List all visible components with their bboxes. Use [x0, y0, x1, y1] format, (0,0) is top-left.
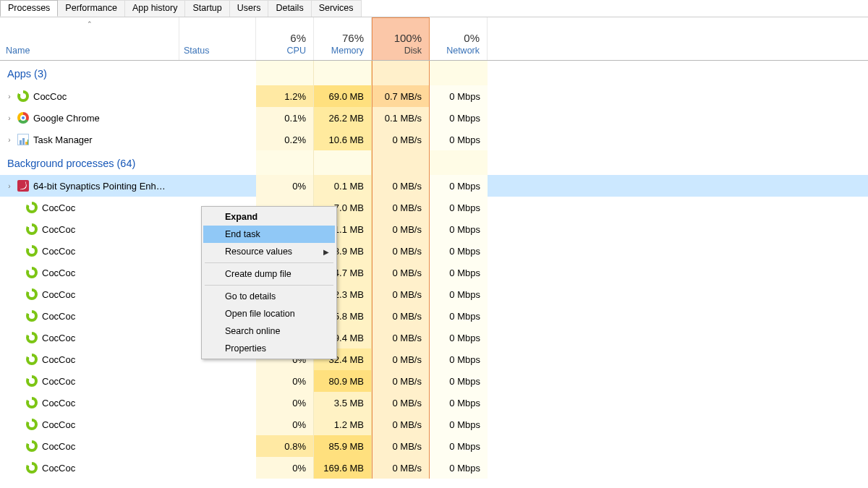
network-value: 0 Mbps [430, 327, 488, 348]
col-header-network[interactable]: 0% Network [430, 17, 488, 60]
menu-item-go-to-details[interactable]: Go to details [203, 288, 335, 305]
chrome-icon [17, 112, 29, 124]
coccoc-icon [26, 245, 38, 257]
process-row[interactable]: ›Task Manager0.2%10.6 MB0 MB/s0 Mbps [0, 129, 868, 150]
grid-body: Apps (3)›CocCoc1.2%69.0 MB0.7 MB/s0 Mbps… [0, 61, 868, 479]
process-row[interactable]: CocCoc4.7 MB0 MB/s0 Mbps [0, 262, 868, 283]
process-row[interactable]: CocCoc0%80.9 MB0 MB/s0 Mbps [0, 370, 868, 392]
tab-performance[interactable]: Performance [57, 0, 125, 17]
col-label-cpu: CPU [287, 46, 306, 56]
process-row[interactable]: CocCoc0%3.5 MB0 MB/s0 Mbps [0, 392, 868, 414]
process-row[interactable]: ›Google Chrome0.1%26.2 MB0.1 MB/s0 Mbps [0, 107, 868, 129]
disk-value: 0 MB/s [372, 175, 430, 197]
coccoc-icon [26, 419, 38, 430]
process-row[interactable]: CocCoc0%32.4 MB0 MB/s0 Mbps [0, 348, 868, 370]
context-menu: ExpandEnd taskResource values▶Create dum… [201, 206, 337, 359]
disk-value: 0 MB/s [372, 392, 430, 414]
tm-icon [17, 134, 29, 145]
disk-value: 0 MB/s [372, 414, 430, 435]
disk-value: 0 MB/s [372, 457, 430, 479]
process-row[interactable]: ›CocCoc1.2%69.0 MB0.7 MB/s0 Mbps [0, 85, 868, 107]
col-header-memory[interactable]: 76% Memory [314, 17, 372, 60]
menu-item-end-task[interactable]: End task [203, 226, 335, 243]
expand-chevron-icon[interactable]: › [6, 114, 13, 122]
disk-value: 0 MB/s [372, 218, 430, 240]
menu-item-open-file-location[interactable]: Open file location [203, 305, 335, 322]
process-name: CocCoc [42, 224, 75, 235]
menu-item-create-dump-file[interactable]: Create dump file [203, 265, 335, 283]
tab-details[interactable]: Details [268, 0, 311, 17]
tab-users[interactable]: Users [229, 0, 269, 17]
menu-item-expand[interactable]: Expand [203, 208, 335, 226]
coccoc-icon [26, 267, 38, 278]
menu-item-search-online[interactable]: Search online [203, 322, 335, 340]
network-value: 0 Mbps [430, 107, 488, 129]
process-row[interactable]: CocCoc5.8 MB0 MB/s0 Mbps [0, 305, 868, 327]
expand-chevron-icon[interactable]: › [6, 136, 13, 144]
expand-chevron-icon[interactable]: › [6, 182, 13, 190]
col-header-cpu[interactable]: 6% CPU [256, 17, 314, 60]
cpu-value: 0% [256, 392, 314, 414]
col-header-name[interactable]: ⌃ Name [0, 17, 179, 60]
process-row[interactable]: CocCoc0%1.2 MB0 MB/s0 Mbps [0, 414, 868, 435]
col-pct-disk: 100% [394, 32, 422, 44]
process-row[interactable]: CocCoc1.1 MB0 MB/s0 Mbps [0, 218, 868, 240]
cpu-value: 0% [256, 457, 314, 479]
disk-value: 0 MB/s [372, 327, 430, 348]
process-row[interactable]: CocCoc0%169.6 MB0 MB/s0 Mbps [0, 457, 868, 479]
col-label-disk: Disk [404, 46, 422, 56]
memory-value: 80.9 MB [314, 370, 372, 392]
cpu-value: 0% [256, 175, 314, 197]
process-row[interactable]: CocCoc7.0 MB0 MB/s0 Mbps [0, 197, 868, 218]
process-row[interactable]: ›64-bit Synaptics Pointing Enhan...0%0.1… [0, 175, 868, 197]
tab-startup[interactable]: Startup [184, 0, 229, 17]
disk-value: 0 MB/s [372, 305, 430, 327]
coccoc-icon [26, 354, 38, 365]
group-header: Apps (3) [0, 61, 256, 85]
process-row[interactable]: CocCoc9.4 MB0 MB/s0 Mbps [0, 327, 868, 348]
cpu-value: 0.2% [256, 129, 314, 150]
process-row[interactable]: CocCoc2.3 MB0 MB/s0 Mbps [0, 283, 868, 305]
process-name: CocCoc [33, 91, 67, 102]
coccoc-icon [26, 440, 38, 452]
coccoc-icon [26, 375, 38, 387]
process-name: CocCoc [42, 376, 75, 387]
process-name: CocCoc [42, 267, 75, 278]
process-row[interactable]: CocCoc0.8%85.9 MB0 MB/s0 Mbps [0, 435, 868, 457]
col-label-network: Network [446, 46, 480, 56]
column-headers: ⌃ Name Status 6% CPU 76% Memory 100% Dis… [0, 17, 868, 61]
coccoc-icon [26, 332, 38, 343]
col-pct-network: 0% [464, 32, 480, 44]
process-name: CocCoc [42, 419, 75, 430]
menu-item-properties[interactable]: Properties [203, 340, 335, 357]
process-name: CocCoc [42, 333, 75, 343]
group-header: Background processes (64) [0, 150, 256, 175]
process-name: Google Chrome [33, 113, 100, 124]
syn-icon [17, 180, 29, 192]
tab-services[interactable]: Services [311, 0, 362, 17]
coccoc-icon [26, 310, 38, 322]
memory-value: 169.6 MB [314, 457, 372, 479]
expand-chevron-icon[interactable]: › [6, 93, 13, 100]
process-name: CocCoc [42, 202, 75, 213]
network-value: 0 Mbps [430, 85, 488, 107]
menu-item-resource-values[interactable]: Resource values▶ [203, 243, 335, 260]
menu-separator [205, 285, 333, 286]
network-value: 0 Mbps [430, 175, 488, 197]
cpu-value: 0% [256, 370, 314, 392]
submenu-arrow-icon: ▶ [323, 248, 329, 256]
tab-bar: ProcessesPerformanceApp historyStartupUs… [0, 0, 868, 17]
tab-processes[interactable]: Processes [0, 0, 58, 17]
col-header-disk[interactable]: 100% Disk [372, 17, 430, 60]
network-value: 0 Mbps [430, 414, 488, 435]
tab-app-history[interactable]: App history [124, 0, 186, 17]
process-grid: ⌃ Name Status 6% CPU 76% Memory 100% Dis… [0, 17, 868, 479]
coccoc-icon [26, 223, 38, 235]
col-header-status[interactable]: Status [179, 17, 256, 60]
disk-value: 0 MB/s [372, 435, 430, 457]
process-row[interactable]: CocCoc8.9 MB0 MB/s0 Mbps [0, 240, 868, 262]
cpu-value: 1.2% [256, 85, 314, 107]
memory-value: 0.1 MB [314, 175, 372, 197]
network-value: 0 Mbps [430, 240, 488, 262]
network-value: 0 Mbps [430, 457, 488, 479]
